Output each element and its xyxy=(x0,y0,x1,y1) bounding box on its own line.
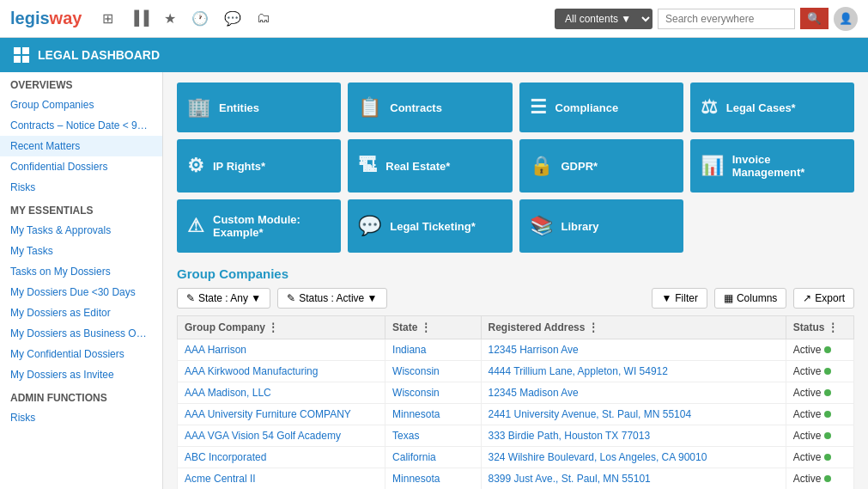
grid-nav-icon[interactable]: ⊞ xyxy=(102,10,113,27)
chat-nav-icon[interactable]: 💬 xyxy=(224,10,241,27)
search-input[interactable] xyxy=(658,9,795,29)
legal-cases-icon: ⚖ xyxy=(701,96,718,119)
tile-real-estate[interactable]: 🏗 Real Estate* xyxy=(348,139,512,193)
status-dot xyxy=(824,411,831,418)
state-link[interactable]: California xyxy=(392,451,436,463)
address-link[interactable]: 333 Birdie Path, Houston TX 77013 xyxy=(489,430,651,442)
tile-invoice[interactable]: 📊 Invoice Management* xyxy=(690,139,854,193)
table-row: ABC Incorporated California 324 Wilshire… xyxy=(178,447,854,468)
sidebar-item-contracts-notice[interactable]: Contracts – Notice Date < 90 Days xyxy=(0,115,162,136)
company-link[interactable]: Acme Central II xyxy=(185,473,256,485)
tile-custom-module[interactable]: ⚠ Custom Module: Example* xyxy=(177,199,341,253)
cell-address: 324 Wilshire Boulevard, Los Angeles, CA … xyxy=(481,447,786,468)
columns-btn[interactable]: ▦ Columns xyxy=(714,288,786,309)
sidebar-section-overviews: Overviews xyxy=(0,72,162,95)
sidebar-item-my-tasks[interactable]: My Tasks xyxy=(0,241,162,261)
sidebar-item-confidential-dossiers[interactable]: Confidential Dossiers xyxy=(0,156,162,177)
nav-icons: ⊞ ▐▐ ★ 🕐 💬 🗂 xyxy=(102,10,541,27)
search-button[interactable]: 🔍 xyxy=(800,8,829,29)
sidebar-item-admin-risks[interactable]: Risks xyxy=(0,407,162,428)
company-link[interactable]: AAA VGA Vision 54 Golf Academy xyxy=(185,430,341,442)
entities-icon: 🏢 xyxy=(187,96,210,119)
sidebar-item-confidential-dossiers2[interactable]: My Confidential Dossiers xyxy=(0,344,162,364)
tile-gdpr[interactable]: 🔒 GDPR* xyxy=(519,139,683,193)
folder-nav-icon[interactable]: 🗂 xyxy=(257,10,270,27)
sidebar-item-group-companies[interactable]: Group Companies xyxy=(0,95,162,115)
dashboard-grid-icon xyxy=(14,47,29,63)
cell-status: Active xyxy=(786,339,853,361)
company-link[interactable]: AAA Madison, LLC xyxy=(185,387,271,399)
content-type-dropdown[interactable]: All contents ▼ xyxy=(555,9,653,29)
address-link[interactable]: 4444 Trillium Lane, Appleton, WI 54912 xyxy=(489,365,668,377)
tile-legal-ticketing[interactable]: 💬 Legal Ticketing* xyxy=(348,199,512,253)
col-menu-icon[interactable]: ⋮ xyxy=(828,321,838,333)
state-link[interactable]: Minnesota xyxy=(392,473,440,485)
filter-state-btn[interactable]: ✎ State : Any ▼ xyxy=(177,288,270,309)
address-link[interactable]: 12345 Madison Ave xyxy=(489,387,579,399)
company-link[interactable]: AAA University Furniture COMPANY xyxy=(185,408,351,420)
table-row: AAA University Furniture COMPANY Minneso… xyxy=(178,404,854,425)
address-link[interactable]: 8399 Just Ave., St. Paul, MN 55101 xyxy=(489,473,651,485)
state-link[interactable]: Texas xyxy=(392,430,419,442)
state-link[interactable]: Minnesota xyxy=(392,408,440,420)
export-btn[interactable]: ↗ Export xyxy=(793,288,854,309)
columns-label: Columns xyxy=(737,292,777,304)
cell-company: AAA Harrison xyxy=(178,339,385,361)
tile-contracts[interactable]: 📋 Contracts xyxy=(348,83,512,132)
address-link[interactable]: 12345 Harrison Ave xyxy=(489,344,579,356)
cell-address: 12345 Harrison Ave xyxy=(481,339,786,361)
state-link[interactable]: Indiana xyxy=(392,344,426,356)
tile-entities-label: Entities xyxy=(219,101,259,114)
company-link[interactable]: AAA Harrison xyxy=(185,344,246,356)
status-badge: Active xyxy=(793,451,847,463)
state-link[interactable]: Wisconsin xyxy=(392,387,440,399)
logo-text: legis xyxy=(10,9,50,28)
custom-module-icon: ⚠ xyxy=(187,215,204,237)
address-link[interactable]: 2441 University Avenue, St. Paul, MN 551… xyxy=(489,408,692,420)
cell-company: AAA Kirkwood Manufacturing xyxy=(178,361,385,382)
sidebar-item-risks[interactable]: Risks xyxy=(0,177,162,198)
sidebar-item-dossiers-due[interactable]: My Dossiers Due <30 Days xyxy=(0,282,162,303)
chart-nav-icon[interactable]: ▐▐ xyxy=(129,10,149,27)
state-link[interactable]: Wisconsin xyxy=(392,365,440,377)
tile-legal-cases[interactable]: ⚖ Legal Cases* xyxy=(690,83,854,132)
filter-action-btn[interactable]: ▼ Filter xyxy=(652,288,707,309)
content-area: 🏢 Entities 📋 Contracts ☰ Compliance ⚖ Le… xyxy=(163,72,868,489)
sidebar-item-dossiers-invitee[interactable]: My Dossiers as Invitee xyxy=(0,364,162,385)
ip-rights-icon: ⚙ xyxy=(187,155,204,177)
sidebar-item-dossiers-editor[interactable]: My Dossiers as Editor xyxy=(0,303,162,323)
company-link[interactable]: AAA Kirkwood Manufacturing xyxy=(185,365,318,377)
cell-company: AAA Madison, LLC xyxy=(178,382,385,404)
table-header-row: Group Company ⋮ State ⋮ Registered Addre… xyxy=(178,316,854,339)
table-row: AAA VGA Vision 54 Golf Academy Texas 333… xyxy=(178,425,854,447)
sidebar-item-tasks-approvals[interactable]: My Tasks & Approvals xyxy=(0,220,162,241)
col-menu-icon[interactable]: ⋮ xyxy=(421,321,431,333)
star-nav-icon[interactable]: ★ xyxy=(164,10,176,27)
tile-real-estate-label: Real Estate* xyxy=(385,160,450,173)
cell-state: Wisconsin xyxy=(385,361,481,382)
tile-entities[interactable]: 🏢 Entities xyxy=(177,83,341,132)
col-menu-icon[interactable]: ⋮ xyxy=(268,321,278,333)
cell-state: Texas xyxy=(385,425,481,447)
cell-status: Active xyxy=(786,425,853,447)
sidebar-item-tasks-dossiers[interactable]: Tasks on My Dossiers xyxy=(0,261,162,282)
sidebar-item-recent-matters[interactable]: Recent Matters xyxy=(0,136,162,156)
status-badge: Active xyxy=(793,344,847,356)
sidebar-item-dossiers-owner[interactable]: My Dossiers as Business Owner xyxy=(0,323,162,344)
address-link[interactable]: 324 Wilshire Boulevard, Los Angeles, CA … xyxy=(489,451,707,463)
clock-nav-icon[interactable]: 🕐 xyxy=(191,10,209,27)
col-menu-icon[interactable]: ⋮ xyxy=(588,321,598,333)
main-layout: Overviews Group Companies Contracts – No… xyxy=(0,72,868,489)
tile-ip-rights[interactable]: ⚙ IP Rights* xyxy=(177,139,341,193)
tile-compliance[interactable]: ☰ Compliance xyxy=(519,83,683,132)
cell-address: 2441 University Avenue, St. Paul, MN 551… xyxy=(481,404,786,425)
tile-ip-rights-label: IP Rights* xyxy=(213,160,265,173)
filter-status-btn[interactable]: ✎ Status : Active ▼ xyxy=(277,288,386,309)
user-avatar[interactable]: 👤 xyxy=(834,7,858,31)
cell-status: Active xyxy=(786,447,853,468)
cell-state: Indiana xyxy=(385,339,481,361)
company-link[interactable]: ABC Incorporated xyxy=(185,451,266,463)
export-label: Export xyxy=(815,292,845,304)
status-dot xyxy=(824,368,831,375)
tile-library[interactable]: 📚 Library xyxy=(519,199,683,253)
